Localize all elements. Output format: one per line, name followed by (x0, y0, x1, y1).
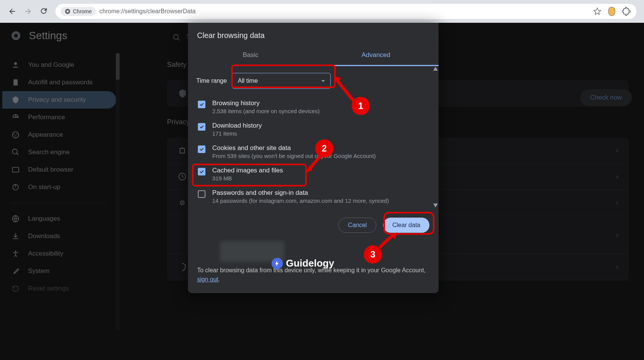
back-button[interactable] (8, 7, 17, 16)
option-subtitle: 319 MB (212, 175, 283, 182)
extensions-icon[interactable] (622, 7, 631, 16)
option-title: Cookies and other site data (212, 144, 376, 152)
clear-data-button[interactable]: Clear data (383, 218, 429, 233)
option-browsing-history[interactable]: Browsing history2,538 items (and more on… (196, 96, 430, 118)
option-title: Passwords and other sign-in data (212, 189, 389, 197)
time-range-select[interactable]: All time (232, 73, 331, 89)
watermark: Guidelogy (271, 257, 334, 269)
browser-toolbar: Chrome chrome://settings/clearBrowserDat… (0, 0, 644, 23)
chrome-chip: Chrome (61, 7, 96, 16)
forward-button[interactable] (24, 7, 33, 16)
sign-out-link[interactable]: sign out (197, 276, 218, 283)
option-subtitle: 2,538 items (and more on synced devices) (212, 108, 320, 114)
option-download-history[interactable]: Download history171 items (196, 118, 430, 141)
chrome-chip-label: Chrome (73, 8, 92, 14)
option-title: Download history (212, 122, 262, 129)
chevron-down-icon (321, 80, 325, 82)
checkbox-download-history[interactable] (198, 123, 205, 131)
annotation-badge-3: 3 (364, 245, 382, 264)
checkbox-cookies[interactable] (198, 145, 205, 153)
option-title: Cached images and files (212, 167, 283, 174)
dialog-title: Clear browsing data (188, 23, 439, 46)
bookmark-icon[interactable] (593, 7, 601, 16)
time-range-label: Time range (196, 77, 227, 84)
option-cookies[interactable]: Cookies and other site dataFrom 539 site… (196, 141, 430, 163)
reload-button[interactable] (39, 7, 49, 16)
watermark-icon (271, 258, 283, 269)
scrollbar-down-arrow[interactable] (433, 202, 438, 209)
tab-basic[interactable]: Basic (188, 46, 313, 66)
cancel-button[interactable]: Cancel (338, 218, 376, 233)
time-range-value: All time (238, 77, 257, 84)
dialog-footer: Cancel Clear data (188, 209, 439, 241)
option-passwords[interactable]: Passwords and other sign-in data14 passw… (196, 185, 430, 208)
svg-point-1 (66, 10, 68, 12)
scrollbar-up-arrow[interactable] (433, 65, 438, 72)
address-bar[interactable]: Chrome chrome://settings/clearBrowserDat… (55, 4, 636, 19)
url-text: chrome://settings/clearBrowserData (99, 8, 196, 15)
option-subtitle: From 539 sites (you won't be signed out … (212, 153, 376, 159)
option-title: Browsing history (212, 99, 320, 107)
checkbox-passwords[interactable] (198, 190, 205, 198)
option-subtitle: 171 items (212, 130, 262, 137)
note-text: . (218, 276, 220, 283)
dialog-tabs: Basic Advanced (188, 46, 439, 66)
checkbox-browsing-history[interactable] (198, 101, 205, 108)
clear-browsing-data-dialog: Clear browsing data Basic Advanced Time … (188, 23, 439, 293)
watermark-text: Guidelogy (286, 257, 334, 269)
checkbox-cached[interactable] (198, 168, 205, 175)
option-subtitle: 14 passwords (for instagram.com, amazon.… (212, 197, 389, 204)
tab-advanced[interactable]: Advanced (313, 46, 439, 66)
dialog-body: Time range All time Browsing history2,53… (188, 66, 439, 209)
dialog-note: To clear browsing data from this device … (188, 266, 439, 293)
annotation-badge-1: 1 (352, 97, 370, 115)
option-cached[interactable]: Cached images and files319 MB (196, 163, 430, 185)
profile-icon[interactable] (608, 7, 615, 16)
annotation-badge-2: 2 (315, 139, 333, 158)
